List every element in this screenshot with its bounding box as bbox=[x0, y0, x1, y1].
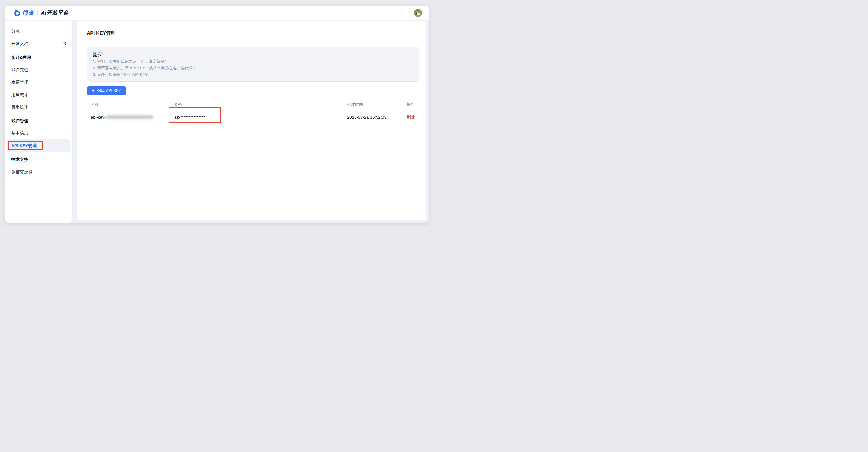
sidebar-item-label: 费用统计 bbox=[11, 104, 28, 110]
product-title: AI开放平台 bbox=[41, 9, 68, 17]
column-header-created: 创建时间 bbox=[347, 102, 407, 107]
sidebar-section-support: 技术支持 bbox=[7, 153, 71, 166]
sidebar-item-wechat-group[interactable]: 微信交流群 bbox=[7, 166, 71, 178]
api-key-name-blurred bbox=[106, 115, 153, 119]
api-key-created-time: 2025-03-21 16:52:03 bbox=[347, 115, 407, 120]
sidebar-item-label: 账户充值 bbox=[11, 67, 28, 73]
external-link-icon bbox=[63, 42, 66, 46]
avatar-image bbox=[414, 9, 422, 17]
api-key-masked-value: sk-*************** bbox=[175, 115, 205, 120]
column-header-key: KEY bbox=[175, 102, 347, 107]
sidebar-item-usage-stats[interactable]: 用量统计 bbox=[7, 89, 71, 101]
tips-line-2: 2. 请不要与他人共享 API KEY，或将其暴露在客户端代码中。 bbox=[93, 65, 413, 71]
app-body: 总览 开发文档 统计&费用 账户充值 发票管理 用量统计 费用统计 账户管理 基… bbox=[5, 21, 429, 223]
api-key-name-cell: api-key- bbox=[87, 115, 175, 120]
sidebar-section-stats-fees: 统计&费用 bbox=[7, 51, 71, 64]
plus-icon: + bbox=[92, 88, 95, 93]
sidebar-section-label: 账户管理 bbox=[11, 118, 28, 124]
sidebar-item-label: 开发文档 bbox=[11, 41, 28, 46]
sidebar-item-recharge[interactable]: 账户充值 bbox=[7, 64, 71, 76]
api-key-action-cell: 删除 bbox=[407, 115, 420, 120]
brand-name: 博查 bbox=[22, 9, 34, 17]
sidebar-item-invoices[interactable]: 发票管理 bbox=[7, 76, 71, 89]
sidebar-section-label: 技术支持 bbox=[11, 157, 28, 162]
delete-link[interactable]: 删除 bbox=[407, 115, 415, 119]
sidebar-item-basic-info[interactable]: 基本信息 bbox=[7, 127, 71, 139]
page-title: API KEY管理 bbox=[87, 30, 420, 37]
table-header-row: 名称 KEY 创建时间 操作 bbox=[87, 100, 420, 109]
top-header: 博查 AI开放平台 bbox=[5, 6, 429, 21]
sidebar-item-label: 总览 bbox=[11, 29, 20, 34]
column-header-name: 名称 bbox=[87, 102, 175, 107]
tips-title: 提示 bbox=[93, 52, 413, 58]
api-key-name-prefix: api-key- bbox=[91, 115, 106, 120]
tips-line-1: 1. 密钥只会在新建后显示一次，请妥善保存。 bbox=[93, 58, 413, 65]
sidebar-item-label: 微信交流群 bbox=[11, 169, 32, 175]
sidebar-section-account: 账户管理 bbox=[7, 115, 71, 127]
sidebar-item-label: 用量统计 bbox=[11, 92, 28, 97]
sidebar-item-overview[interactable]: 总览 bbox=[7, 25, 71, 37]
column-header-actions: 操作 bbox=[407, 102, 420, 107]
app-window: 博查 AI开放平台 bbox=[5, 6, 429, 223]
table-row: api-key- sk-*************** 2025-03-21 1… bbox=[87, 109, 420, 125]
sidebar-item-label: 基本信息 bbox=[11, 131, 28, 136]
tips-box: 提示 1. 密钥只会在新建后显示一次，请妥善保存。 2. 请不要与他人共享 AP… bbox=[87, 47, 420, 82]
sidebar-item-dev-docs[interactable]: 开发文档 bbox=[7, 37, 71, 50]
user-avatar[interactable] bbox=[414, 9, 422, 17]
sidebar-item-label: 发票管理 bbox=[11, 80, 28, 85]
sidebar-item-cost-stats[interactable]: 费用统计 bbox=[7, 101, 71, 113]
tips-line-3: 3. 最多可以保留 10 个 API KEY。 bbox=[93, 71, 413, 78]
main-panel: API KEY管理 提示 1. 密钥只会在新建后显示一次，请妥善保存。 2. 请… bbox=[76, 21, 426, 220]
create-api-key-label: 创建 API KEY bbox=[97, 88, 121, 93]
title-divider bbox=[87, 40, 420, 41]
sidebar-section-label: 统计&费用 bbox=[11, 55, 31, 60]
header-divider bbox=[37, 11, 38, 15]
bocha-logo-icon bbox=[13, 9, 21, 17]
api-key-value-cell: sk-*************** bbox=[175, 115, 347, 120]
sidebar: 总览 开发文档 统计&费用 账户充值 发票管理 用量统计 费用统计 账户管理 基… bbox=[5, 21, 72, 223]
sidebar-item-api-key-management[interactable]: API KEY管理 bbox=[7, 139, 71, 152]
create-api-key-button[interactable]: + 创建 API KEY bbox=[87, 86, 126, 95]
api-key-table: 名称 KEY 创建时间 操作 api-key- sk-*************… bbox=[87, 100, 420, 125]
sidebar-item-label: API KEY管理 bbox=[11, 143, 37, 149]
